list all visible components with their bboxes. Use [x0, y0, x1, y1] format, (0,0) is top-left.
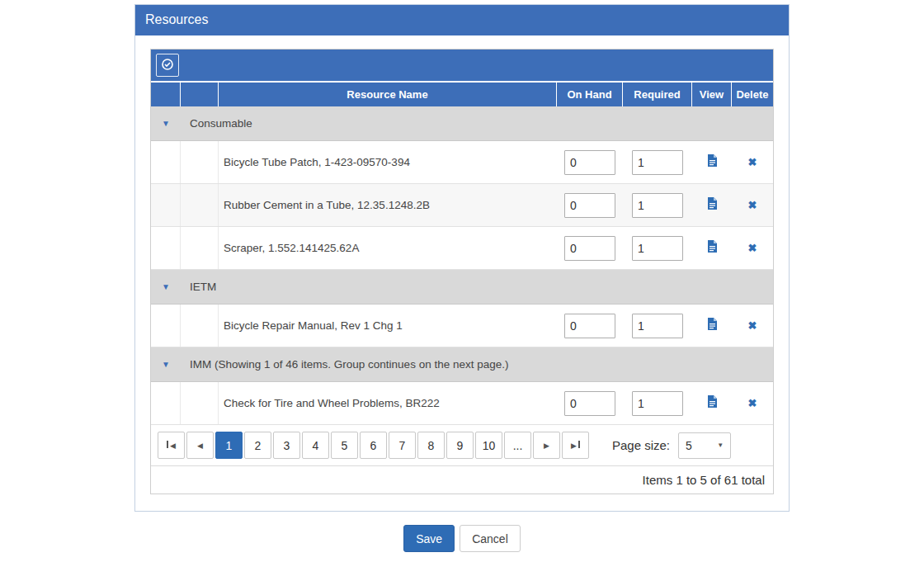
header-row: Resource Name On Hand Required View Dele… [151, 83, 773, 106]
row-expand-cell [151, 305, 181, 347]
on-hand-input[interactable] [564, 193, 615, 218]
group-label: IETM [181, 281, 773, 293]
page-button-4[interactable]: 4 [302, 432, 329, 459]
resource-name: Bicycle Tube Patch, 1-423-09570-394 [219, 141, 557, 183]
group-label: Consumable [181, 117, 773, 130]
group-expand-icon[interactable]: ▼ [151, 360, 181, 369]
page-size-label: Page size: [612, 438, 670, 452]
header-cell-view: View [692, 83, 732, 106]
delete-icon: ✖ [748, 397, 757, 409]
header-cell-resource-name: Resource Name [219, 83, 557, 106]
view-button[interactable] [707, 197, 718, 213]
header-cell-delete: Delete [732, 83, 773, 106]
delete-icon: ✖ [748, 319, 757, 332]
delete-button[interactable]: ✖ [748, 199, 757, 211]
row-indent-cell [181, 305, 219, 347]
table-row: Bicycle Tube Patch, 1-423-09570-394 ✖ [151, 141, 773, 184]
on-hand-input[interactable] [564, 314, 615, 338]
document-icon [707, 395, 718, 411]
items-summary: Items 1 to 5 of 61 total [151, 465, 773, 494]
required-input[interactable] [632, 391, 683, 416]
ellipsis-page-button[interactable]: ... [504, 432, 531, 459]
view-button[interactable] [707, 154, 718, 170]
resource-name: Scraper, 1.552.141425.62A [219, 227, 557, 269]
row-indent-cell [181, 227, 219, 269]
document-icon [707, 154, 718, 170]
first-page-button[interactable]: ◀ [158, 432, 185, 459]
page-button-9[interactable]: 9 [446, 432, 474, 459]
table-row: Rubber Cement in a Tube, 12.35.1248.2B ✖ [151, 184, 773, 227]
group-label: IMM (Showing 1 of 46 items. Group contin… [181, 358, 773, 371]
first-page-icon: ◀ [167, 441, 176, 450]
page-button-10[interactable]: 10 [475, 432, 502, 459]
on-hand-input[interactable] [564, 150, 615, 175]
next-page-icon: ▶ [544, 442, 549, 450]
form-actions: Save Cancel [0, 525, 924, 552]
view-button[interactable] [707, 395, 718, 411]
group-row-ietm: ▼ IETM [151, 270, 773, 305]
resource-name: Check for Tire and Wheel Problems, BR222 [219, 382, 557, 424]
save-button[interactable]: Save [403, 525, 455, 552]
page-button-8[interactable]: 8 [417, 432, 445, 459]
document-icon [707, 197, 718, 213]
required-input[interactable] [632, 314, 683, 338]
page-button-5[interactable]: 5 [331, 432, 358, 459]
page-size-value: 5 [686, 439, 692, 452]
panel-body: Resource Name On Hand Required View Dele… [135, 35, 789, 511]
required-input[interactable] [632, 236, 683, 261]
delete-button[interactable]: ✖ [748, 242, 757, 254]
header-cell-required: Required [623, 83, 692, 106]
delete-icon: ✖ [748, 199, 757, 211]
row-indent-cell [181, 141, 219, 183]
document-icon [707, 318, 718, 333]
table-row: Scraper, 1.552.141425.62A ✖ [151, 227, 773, 270]
required-input[interactable] [632, 193, 683, 218]
row-expand-cell [151, 227, 181, 269]
page-button-3[interactable]: 3 [273, 432, 300, 459]
page-size: Page size: 5 ▼ [612, 432, 731, 459]
delete-button[interactable]: ✖ [748, 319, 757, 332]
on-hand-input[interactable] [564, 391, 615, 416]
view-button[interactable] [707, 240, 718, 256]
table-row: Check for Tire and Wheel Problems, BR222… [151, 382, 773, 425]
prev-page-button[interactable]: ◀ [186, 432, 214, 459]
view-button[interactable] [707, 318, 718, 333]
grid-toolbar [151, 50, 773, 83]
chevron-down-icon: ▼ [717, 442, 724, 449]
last-page-button[interactable]: ▶ [562, 432, 589, 459]
cancel-button[interactable]: Cancel [460, 525, 521, 552]
page-button-2[interactable]: 2 [244, 432, 271, 459]
delete-icon: ✖ [748, 156, 757, 168]
next-page-button[interactable]: ▶ [533, 432, 560, 459]
group-row-consumable: ▼ Consumable [151, 106, 773, 141]
group-row-imm: ▼ IMM (Showing 1 of 46 items. Group cont… [151, 347, 773, 382]
panel-title: Resources [135, 5, 789, 35]
row-expand-cell [151, 382, 181, 424]
resources-panel: Resources Resource Name [134, 4, 790, 512]
document-icon [707, 240, 718, 256]
page-button-6[interactable]: 6 [360, 432, 387, 459]
page-button-7[interactable]: 7 [389, 432, 416, 459]
row-expand-cell [151, 141, 181, 183]
on-hand-input[interactable] [564, 236, 615, 261]
delete-button[interactable]: ✖ [748, 156, 757, 168]
table-row: Bicycle Repair Manual, Rev 1 Chg 1 ✖ [151, 305, 773, 347]
row-expand-cell [151, 184, 181, 226]
group-expand-icon[interactable]: ▼ [151, 119, 181, 128]
page-button-1[interactable]: 1 [215, 432, 243, 459]
collapse-all-button[interactable] [156, 54, 179, 77]
prev-page-icon: ◀ [197, 442, 203, 450]
resource-name: Rubber Cement in a Tube, 12.35.1248.2B [219, 184, 557, 226]
delete-button[interactable]: ✖ [748, 397, 757, 409]
header-cell-on-hand: On Hand [557, 83, 623, 106]
circled-check-icon [161, 58, 174, 73]
resource-name: Bicycle Repair Manual, Rev 1 Chg 1 [219, 305, 557, 347]
group-expand-icon[interactable]: ▼ [151, 282, 181, 291]
page-size-select[interactable]: 5 ▼ [678, 432, 731, 459]
row-indent-cell [181, 382, 219, 424]
header-cell-indent [181, 83, 219, 106]
pager: ◀ ◀ 1 2 3 4 5 6 7 8 9 10 ... ▶ ▶ Page si… [151, 425, 773, 465]
resources-grid: Resource Name On Hand Required View Dele… [150, 49, 774, 494]
required-input[interactable] [632, 150, 683, 175]
header-cell-expand [151, 83, 181, 106]
